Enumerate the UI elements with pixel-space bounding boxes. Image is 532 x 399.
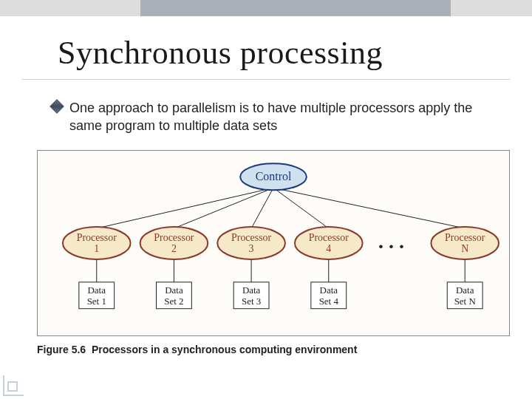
data-set-box: Data Set 4	[311, 282, 347, 308]
svg-text:Processor: Processor	[309, 232, 349, 243]
svg-text:Data: Data	[456, 284, 474, 295]
svg-text:N: N	[461, 243, 468, 254]
svg-text:3: 3	[249, 243, 254, 254]
figure-description: Processors in a synchronous computing en…	[92, 344, 357, 355]
data-set-box: Data Set 1	[79, 282, 115, 308]
svg-line-0	[97, 188, 273, 228]
diagram-svg: Control Processor 1 Processor 2 Processo…	[38, 151, 509, 335]
svg-text:Set 2: Set 2	[164, 295, 183, 306]
processor-node: Processor 4	[295, 227, 363, 259]
bullet-row: One approach to parallelism is to have m…	[52, 99, 502, 135]
processor-node: Processor 1	[63, 227, 131, 259]
figure-caption: Figure 5.6 Processors in a synchronous c…	[37, 344, 532, 355]
diamond-bullet-icon	[50, 99, 64, 114]
svg-text:Processor: Processor	[77, 232, 117, 243]
bullet-text: One approach to parallelism is to have m…	[69, 99, 502, 135]
svg-text:Processor: Processor	[231, 232, 272, 243]
svg-text:Data: Data	[88, 284, 106, 295]
corner-decoration	[3, 374, 25, 396]
diagram-frame: Control Processor 1 Processor 2 Processo…	[37, 150, 510, 336]
control-node: Control	[240, 163, 307, 190]
svg-text:Set 1: Set 1	[87, 295, 106, 306]
processor-node: Processor 2	[140, 227, 208, 259]
svg-line-4	[273, 188, 465, 228]
data-set-box: Data Set N	[447, 282, 482, 308]
svg-line-1	[174, 188, 273, 228]
svg-text:Data: Data	[320, 284, 338, 295]
svg-text:Set N: Set N	[454, 295, 477, 306]
title-area: Synchronous processing	[22, 16, 510, 80]
slide-title: Synchronous processing	[58, 34, 495, 72]
data-set-box: Data Set 3	[233, 282, 269, 308]
svg-text:Set 3: Set 3	[242, 295, 261, 306]
svg-text:Set 4: Set 4	[319, 295, 339, 306]
svg-text:4: 4	[326, 243, 331, 254]
svg-text:Data: Data	[165, 284, 183, 295]
svg-text:1: 1	[94, 243, 99, 254]
svg-text:2: 2	[171, 243, 177, 254]
data-set-box: Data Set 2	[156, 282, 191, 308]
svg-text:Data: Data	[242, 284, 261, 295]
processor-node: Processor N	[431, 227, 499, 259]
control-label: Control	[256, 170, 292, 183]
svg-line-2	[251, 188, 273, 228]
figure-number: Figure 5.6	[37, 344, 86, 355]
ellipsis: . . .	[378, 230, 404, 253]
svg-text:Processor: Processor	[154, 232, 194, 243]
processor-node: Processor 3	[217, 227, 285, 259]
svg-text:Processor: Processor	[445, 232, 485, 243]
top-bar	[0, 0, 532, 16]
top-bar-accent	[140, 0, 451, 16]
